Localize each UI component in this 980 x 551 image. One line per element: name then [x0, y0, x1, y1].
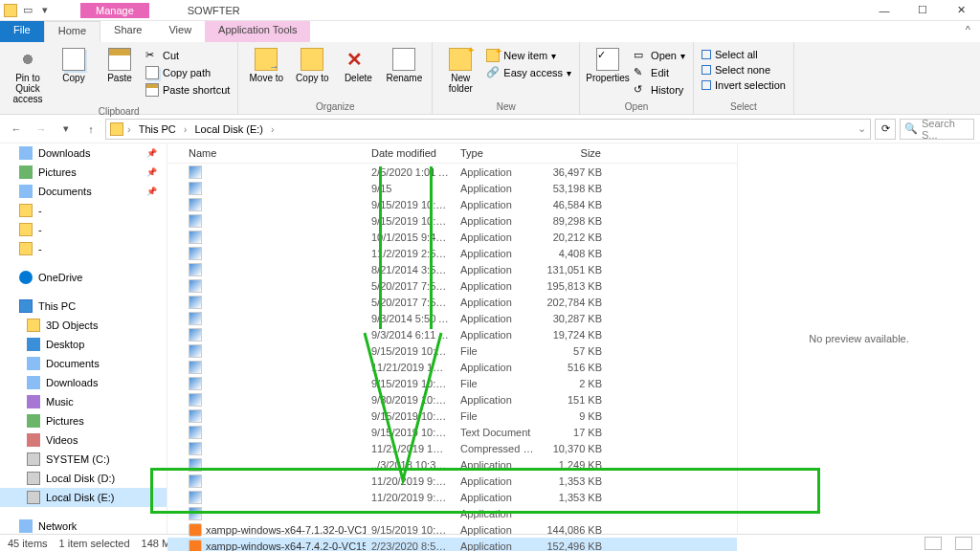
copy-button[interactable]: Copy [52, 44, 96, 104]
file-row[interactable]: 9/15/2019 10:06 AM Application 89,298 KB [167, 212, 737, 229]
pin-to-quick-access-button[interactable]: Pin to Quick access [6, 44, 50, 104]
column-date[interactable]: Date modified [366, 143, 455, 163]
file-row[interactable]: 9/3/2014 6:11 AM Application 19,724 KB [167, 326, 737, 342]
file-row[interactable]: 5/20/2017 7:55 AM Application 202,784 KB [167, 294, 737, 310]
file-row[interactable]: 9/15/2019 10:05 AM Application 46,584 KB [167, 196, 737, 212]
sidebar-item[interactable]: Downloads📌 [0, 143, 167, 163]
file-row[interactable]: 11/20/2019 9:57 AM Application 1,353 KB [167, 489, 737, 505]
sidebar-item[interactable]: Pictures📌 [0, 163, 167, 182]
thumbnails-view-button[interactable] [955, 537, 972, 550]
sidebar-item-onedrive[interactable]: OneDrive [0, 268, 167, 287]
file-icon [189, 231, 202, 244]
file-row[interactable]: Application [167, 505, 737, 521]
file-row[interactable]: 9/15/2019 10:27 AM Text Document 17 KB [167, 424, 737, 440]
sidebar-item[interactable]: Pictures [0, 411, 167, 430]
close-button[interactable]: ✕ [942, 0, 980, 21]
file-row[interactable]: 5/20/2017 7:54 AM Application 195,813 KB [167, 277, 737, 294]
sidebar-item[interactable]: Local Disk (E:) [0, 488, 167, 507]
edit-button[interactable]: ✎Edit [632, 65, 687, 80]
delete-button[interactable]: ✕Delete [336, 44, 380, 99]
back-button[interactable]: ← [6, 119, 27, 140]
breadcrumb[interactable]: This PC [135, 123, 180, 135]
sidebar-item-this-pc[interactable]: This PC [0, 297, 167, 316]
breadcrumb[interactable]: Local Disk (E:) [190, 123, 267, 135]
copy-to-button[interactable]: Copy to [290, 44, 334, 99]
tab-share[interactable]: Share [100, 21, 155, 42]
file-row[interactable]: 9/30/2019 10:11 PM Application 151 KB [167, 391, 737, 408]
file-row[interactable]: xampp-windows-x64-7.4.2-0-VC15-instal...… [167, 538, 737, 551]
refresh-button[interactable]: ⟳ [875, 119, 896, 140]
videos-icon [27, 433, 40, 447]
paste-shortcut-button[interactable]: Paste shortcut [144, 82, 232, 98]
sidebar-item[interactable]: - [0, 239, 167, 258]
properties-button[interactable]: ✓Properties [586, 44, 630, 99]
open-button[interactable]: ▭Open ▾ [632, 48, 687, 63]
select-all-button[interactable]: Select all [700, 48, 788, 61]
context-tab-manage[interactable]: Manage [80, 3, 149, 18]
chevron-right-icon[interactable]: › [127, 123, 131, 135]
maximize-button[interactable]: ☐ [903, 0, 942, 21]
file-row[interactable]: 8/21/2014 3:52 AM Application 131,051 KB [167, 261, 737, 277]
file-row[interactable]: 9/15/2019 10:27 AM File 2 KB [167, 375, 737, 391]
select-none-button[interactable]: Select none [700, 63, 788, 77]
sidebar-item[interactable]: Music [0, 392, 167, 411]
recent-dropdown[interactable]: ▾ [56, 119, 77, 140]
sidebar-item[interactable]: Documents [0, 354, 167, 373]
tab-view[interactable]: View [155, 21, 205, 42]
navigation-pane[interactable]: Downloads📌Pictures📌Documents📌--- OneDriv… [0, 143, 167, 534]
history-button[interactable]: ↺History [632, 82, 687, 98]
downloads-icon [19, 146, 33, 160]
details-view-button[interactable] [924, 537, 942, 550]
sidebar-item[interactable]: - [0, 201, 167, 220]
up-button[interactable]: ↑ [80, 119, 101, 140]
file-row[interactable]: 9/15 Application 53,198 KB [167, 180, 737, 196]
tab-application-tools[interactable]: Application Tools [205, 21, 310, 42]
tab-home[interactable]: Home [44, 21, 100, 42]
easy-access-button[interactable]: 🔗Easy access ▾ [484, 65, 573, 80]
file-row[interactable]: 11/21/2019 10:00 ... Application 516 KB [167, 359, 737, 375]
invert-selection-button[interactable]: Invert selection [700, 78, 788, 92]
sidebar-item[interactable]: 3D Objects [0, 316, 167, 335]
qat-item[interactable]: ▭ [21, 4, 34, 17]
copy-path-button[interactable]: Copy path [144, 65, 232, 80]
tab-file[interactable]: File [0, 21, 44, 42]
file-row[interactable]: 9/15/2019 10:27 AM File 9 KB [167, 408, 737, 424]
file-row[interactable]: ../3/2018 10:34 AM Application 1,249 KB [167, 456, 737, 473]
qat-dropdown[interactable]: ▾ [38, 4, 52, 17]
address-bar[interactable]: › This PC › Local Disk (E:) › ⌄ [105, 119, 871, 140]
file-row[interactable]: 9/15/2019 10:27 AM File 57 KB [167, 342, 737, 359]
move-to-button[interactable]: Move to [244, 44, 288, 99]
file-list[interactable]: Name Date modified Type Size 2/5/2020 1:… [167, 143, 737, 534]
column-type[interactable]: Type [455, 143, 541, 163]
forward-button[interactable]: → [31, 119, 52, 140]
file-row[interactable]: 11/2/2019 2:59 PM Application 4,408 KB [167, 245, 737, 261]
rename-button[interactable]: Rename [382, 44, 426, 99]
new-folder-button[interactable]: New folder [438, 44, 482, 99]
file-row[interactable]: 10/1/2015 9:42 PM Application 20,212 KB [167, 229, 737, 245]
ribbon-collapse-icon[interactable]: ^ [956, 21, 980, 42]
file-row[interactable]: 2/5/2020 1:01 AM Application 36,497 KB [167, 164, 737, 180]
file-row[interactable]: 11/20/2019 9:56 AM Application 1,353 KB [167, 473, 737, 489]
chevron-down-icon[interactable]: ⌄ [858, 122, 866, 135]
column-headers[interactable]: Name Date modified Type Size [167, 143, 737, 164]
cut-button[interactable]: ✂Cut [144, 48, 232, 63]
file-row[interactable]: xampp-windows-x64-7.1.32-0-VC14-inst... … [167, 521, 737, 538]
column-name[interactable]: Name [167, 143, 366, 163]
sidebar-item[interactable]: Downloads [0, 373, 167, 392]
sidebar-item[interactable]: Videos [0, 430, 167, 450]
minimize-button[interactable]: — [865, 0, 903, 21]
sidebar-item[interactable]: SYSTEM (C:) [0, 450, 167, 469]
new-item-button[interactable]: New item ▾ [484, 48, 573, 63]
column-size[interactable]: Size [541, 143, 608, 163]
sidebar-item[interactable]: - [0, 220, 167, 239]
file-row[interactable]: 9/3/2014 5:50 AM Application 30,287 KB [167, 310, 737, 326]
chevron-right-icon[interactable]: › [184, 123, 188, 135]
sidebar-item-network[interactable]: Network [0, 517, 167, 534]
paste-button[interactable]: Paste [98, 44, 142, 104]
sidebar-item[interactable]: Documents📌 [0, 182, 167, 201]
chevron-right-icon[interactable]: › [271, 123, 275, 135]
search-input[interactable]: 🔍 Search S... [900, 119, 974, 140]
file-row[interactable]: 11/21/2019 10:19 ... Compressed (zipp...… [167, 440, 737, 456]
sidebar-item[interactable]: Local Disk (D:) [0, 469, 167, 488]
sidebar-item[interactable]: Desktop [0, 335, 167, 354]
